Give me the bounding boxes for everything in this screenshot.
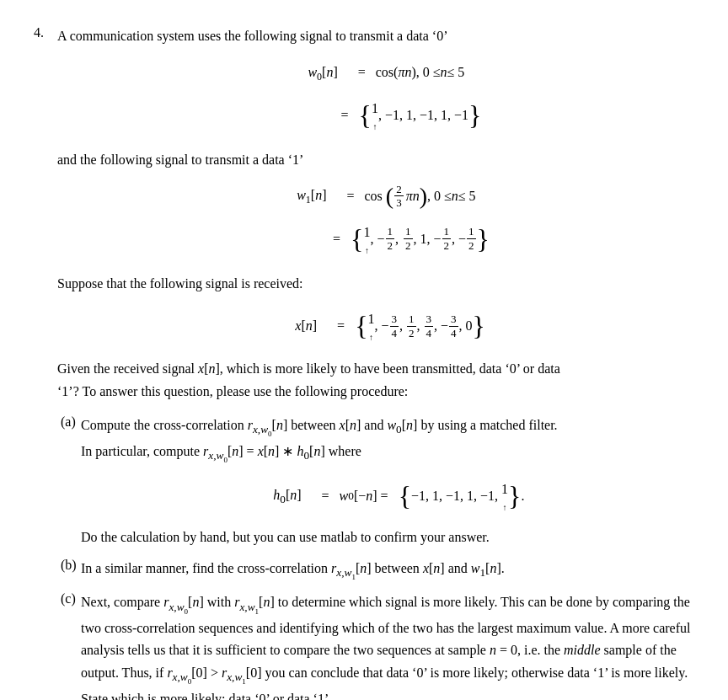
eq-sign-1: =	[358, 59, 366, 86]
h0-equation: h0[n] = w0[−n] = { −1, 1, −1, 1, −1, 1	[81, 476, 694, 516]
part-a-label: (a)	[57, 414, 81, 430]
w0-rhs-1: cos(πn), 0 ≤ n ≤ 5	[376, 59, 465, 86]
h0-lhs: h0[n]	[251, 482, 302, 511]
part-a: (a) Compute the cross-correlation rx,w0[…	[57, 414, 694, 549]
x-lhs: x[n]	[266, 313, 317, 339]
eq-sign-6: =	[322, 483, 329, 510]
sub-parts-container: (a) Compute the cross-correlation rx,w0[…	[57, 414, 694, 700]
w1-equation-1: w1[n] = cos ( 2 3 πn ) , 0 ≤ n ≤ 5	[57, 182, 694, 210]
w0-equation-1: w0[n] = cos(πn), 0 ≤ n ≤ 5	[57, 59, 694, 87]
w0-rhs-2: { 1 ↑ , −1, 1, −1, 1, −1 }	[359, 95, 482, 136]
h0-mid: w0[−n] =	[340, 483, 388, 510]
w1-rhs-1: cos ( 2 3 πn ) , 0 ≤ n ≤ 5	[364, 183, 475, 210]
part-c-content: Next, compare rx,w0[n] with rx,w1[n] to …	[81, 591, 694, 700]
w1-rhs-2: { 1 ↑ , − 1 2 , 1 2 , 1, −	[351, 219, 490, 259]
received-intro: Suppose that the following signal is rec…	[57, 273, 694, 295]
part-b: (b) In a similar manner, find the cross-…	[57, 558, 694, 584]
data1-intro-text: and the following signal to transmit a d…	[57, 149, 694, 171]
part-b-content: In a similar manner, find the cross-corr…	[81, 558, 694, 584]
x-rhs: { 1 ↑ , − 3 4 , 1 2 ,	[355, 306, 485, 346]
part-b-label: (b)	[57, 558, 81, 573]
part-c: (c) Next, compare rx,w0[n] with rx,w1[n]…	[57, 591, 694, 700]
given-text: Given the received signal x[n], which is…	[57, 358, 694, 403]
eq-sign-5: =	[337, 313, 345, 339]
w1-equation-2: = { 1 ↑ , − 1 2 , 1 2	[57, 219, 694, 259]
w1-lhs: w1[n]	[276, 182, 326, 210]
part-c-label: (c)	[57, 591, 81, 606]
problem-container: 4. A communication system uses the follo…	[34, 25, 694, 700]
part-a-note: Do the calculation by hand, but you can …	[81, 530, 490, 544]
problem-number-label: 4.	[34, 25, 57, 40]
intro-text: A communication system uses the followin…	[57, 25, 694, 47]
problem-body: A communication system uses the followin…	[57, 25, 694, 700]
eq-sign-4: =	[333, 226, 340, 253]
x-equation: x[n] = { 1 ↑ , − 3 4 , 1 2	[57, 306, 694, 346]
part-a-content: Compute the cross-correlation rx,w0[n] b…	[81, 414, 694, 549]
eq-sign-2: =	[341, 102, 349, 129]
eq-sign-3: =	[346, 183, 354, 210]
w0-lhs: w0[n]	[287, 59, 338, 87]
h0-rhs: { −1, 1, −1, 1, −1, 1 ↑ } .	[399, 476, 525, 516]
w0-equation-2: = { 1 ↑ , −1, 1, −1, 1, −1 }	[57, 95, 694, 136]
